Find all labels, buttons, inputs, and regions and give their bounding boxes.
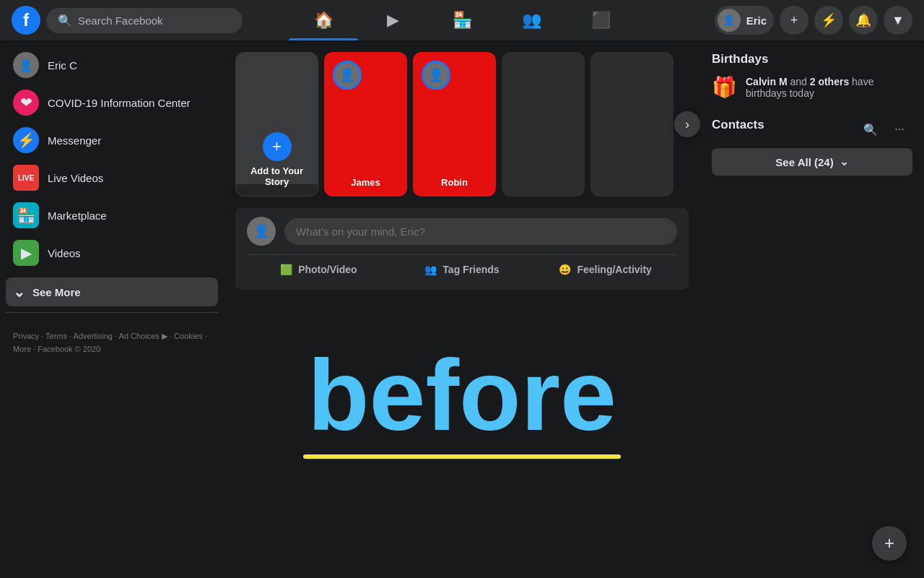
search-icon: 🔍 <box>58 14 72 27</box>
story-card-james[interactable]: 👤 James <box>324 52 407 197</box>
nav-video-button[interactable]: ▶ <box>358 3 427 38</box>
contacts-more-button[interactable]: ··· <box>886 116 912 142</box>
search-contacts-button[interactable]: 🔍 <box>858 116 884 142</box>
sidebar-footer: Privacy · Terms · Advertising · Ad Choic… <box>6 319 218 361</box>
james-name: James <box>324 177 407 188</box>
nav-marketplace-button[interactable]: 🏪 <box>427 3 497 38</box>
sidebar-item-covid[interactable]: ❤ COVID-19 Information Center <box>6 84 218 121</box>
sidebar-divider <box>6 312 218 313</box>
copyright-text: Facebook © 2020 <box>38 345 100 353</box>
videos-icon: ▶ <box>13 240 39 266</box>
chevron-right-icon: › <box>685 117 689 132</box>
nav-right: 👤 Eric + ⚡ 🔔 ▼ <box>681 6 912 35</box>
story-card-empty1[interactable] <box>502 52 585 197</box>
post-box-top: 👤 <box>247 217 677 246</box>
sidebar-item-messenger[interactable]: ⚡ Messenger <box>6 121 218 159</box>
covid-icon: ❤ <box>13 90 39 116</box>
see-all-label: See All (24) <box>775 156 833 168</box>
facebook-logo[interactable]: f <box>12 6 40 35</box>
top-nav: f 🔍 🏠 ▶ 🏪 👥 ⬛ 👤 Eric + ⚡ <box>0 0 924 40</box>
feeling-icon: 😀 <box>559 264 571 275</box>
big-word: before <box>250 345 674 446</box>
sidebar-live-label: Live Videos <box>48 172 103 184</box>
main-feed: + Add to YourStory 👤 James 👤 Robin › <box>224 40 700 578</box>
big-underline <box>303 454 621 459</box>
chevron-down-icon: ⌄ <box>13 283 25 301</box>
contacts-header: Contacts 🔍 ··· <box>712 116 912 142</box>
robin-name: Robin <box>413 177 496 188</box>
right-sidebar: Birthdays 🎁 Calvin M and 2 others have b… <box>700 40 924 578</box>
see-more-button[interactable]: ⌄ See More <box>6 277 218 306</box>
sidebar-item-marketplace[interactable]: 🏪 Marketplace <box>6 197 218 234</box>
birthday-item: 🎁 Calvin M and 2 others have birthdays t… <box>712 75 912 99</box>
marketplace-icon: 🏪 <box>453 11 472 30</box>
post-box: 👤 🟩 Photo/Video 👥 Tag Friends 😀 Feeling/… <box>235 208 689 290</box>
chevron-down-icon: ▼ <box>892 13 905 28</box>
video-icon: ▶ <box>387 11 399 30</box>
plus-icon: + <box>790 13 798 28</box>
sidebar-marketplace-label: Marketplace <box>48 210 107 222</box>
chevron-down-icon: ⌄ <box>840 155 849 168</box>
post-avatar: 👤 <box>247 217 276 246</box>
story-card-empty2[interactable] <box>590 52 674 197</box>
photo-video-button[interactable]: 🟩 Photo/Video <box>247 258 391 281</box>
post-input[interactable] <box>284 218 677 245</box>
messenger-sidebar-icon: ⚡ <box>13 127 39 153</box>
nav-gaming-button[interactable]: ⬛ <box>566 3 635 38</box>
sidebar-item-videos[interactable]: ▶ Videos <box>6 234 218 272</box>
avatar: 👤 <box>718 9 741 32</box>
tag-icon: 👥 <box>424 264 437 275</box>
contacts-section: Contacts 🔍 ··· See All (24) ⌄ <box>712 116 912 176</box>
menu-button[interactable]: ▼ <box>884 6 912 35</box>
james-avatar: 👤 <box>333 61 362 90</box>
birthday-icon: 🎁 <box>712 75 737 99</box>
messenger-icon: ⚡ <box>821 12 837 28</box>
marketplace-sidebar-icon: 🏪 <box>13 202 39 228</box>
tag-friends-label: Tag Friends <box>443 264 499 275</box>
robin-avatar: 👤 <box>422 61 450 90</box>
birthday-text: Calvin M and 2 others have birthdays tod… <box>746 76 912 99</box>
bell-icon: 🔔 <box>855 12 871 28</box>
stories-row: + Add to YourStory 👤 James 👤 Robin › <box>235 52 689 197</box>
search-input[interactable] <box>78 14 208 27</box>
nav-profile[interactable]: 👤 Eric <box>715 6 774 35</box>
search-bar[interactable]: 🔍 <box>46 8 243 33</box>
birthdays-title: Birthdays <box>712 52 912 66</box>
sidebar-item-live[interactable]: LIVE Live Videos <box>6 159 218 197</box>
birthday-others: 2 others <box>810 76 849 87</box>
feeling-button[interactable]: 😀 Feeling/Activity <box>533 258 677 281</box>
sidebar: 👤 Eric C ❤ COVID-19 Information Center ⚡… <box>0 40 224 578</box>
photo-icon: 🟩 <box>280 264 292 275</box>
gaming-icon: ⬛ <box>591 11 611 30</box>
see-more-label: See More <box>32 286 81 298</box>
nav-groups-button[interactable]: 👥 <box>497 3 566 38</box>
notifications-button[interactable]: 🔔 <box>849 6 878 35</box>
add-button[interactable]: + <box>780 6 808 35</box>
groups-icon: 👥 <box>522 11 541 30</box>
story-card-robin[interactable]: 👤 Robin <box>413 52 496 197</box>
sidebar-covid-label: COVID-19 Information Center <box>48 97 191 109</box>
photo-video-label: Photo/Video <box>298 264 357 275</box>
sidebar-item-profile[interactable]: 👤 Eric C <box>6 46 218 84</box>
add-story-label: Add to YourStory <box>236 165 318 187</box>
nav-left: f 🔍 <box>12 6 243 35</box>
nav-home-button[interactable]: 🏠 <box>289 3 358 38</box>
main-layout: 👤 Eric C ❤ COVID-19 Information Center ⚡… <box>0 40 924 578</box>
big-text-section: before <box>235 301 689 473</box>
add-story-icon: + <box>263 132 292 161</box>
nav-center: 🏠 ▶ 🏪 👥 ⬛ <box>243 3 681 38</box>
messenger-button[interactable]: ⚡ <box>814 6 843 35</box>
tag-friends-button[interactable]: 👥 Tag Friends <box>391 258 534 281</box>
contacts-title: Contacts <box>712 118 764 132</box>
live-icon: LIVE <box>13 165 39 191</box>
feeling-label: Feeling/Activity <box>577 264 651 275</box>
sidebar-videos-label: Videos <box>48 247 81 259</box>
birthday-person: Calvin M <box>746 76 788 87</box>
see-all-button[interactable]: See All (24) ⌄ <box>712 148 912 176</box>
fab-plus-icon: + <box>884 533 894 553</box>
user-name-label: Eric <box>746 14 767 27</box>
fab-button[interactable]: + <box>872 526 907 561</box>
story-next-button[interactable]: › <box>674 111 700 137</box>
sidebar-profile-name: Eric C <box>48 59 77 72</box>
add-story-card[interactable]: + Add to YourStory <box>235 52 318 197</box>
